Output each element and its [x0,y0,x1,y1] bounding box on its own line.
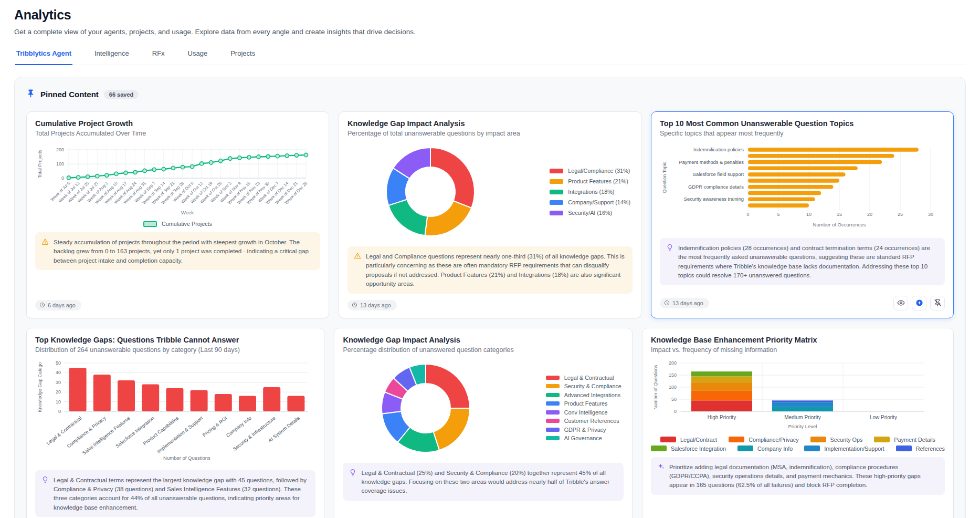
svg-text:Week: Week [181,210,194,215]
card-top-10-unanswerable-topics[interactable]: Top 10 Most Common Unanswerable Question… [651,111,954,318]
svg-text:10: 10 [56,399,61,404]
clock-icon [664,300,670,306]
card-knowledge-gap-impact-analysis-2[interactable]: Knowledge Gap Impact Analysis Percentage… [334,328,632,518]
donut-legend: Legal/Compliance (31%)Product Features (… [550,168,630,216]
card-actions [893,296,945,310]
card-title: Knowledge Gap Impact Analysis [343,336,623,344]
tab-bar: Tribblytics Agent Intelligence RFx Usage… [14,47,966,65]
pin-icon [26,89,35,100]
topics-horizontal-bar-chart: 051015202530Indemnification policiesPaym… [660,142,945,233]
tab-usage[interactable]: Usage [187,47,209,65]
svg-text:20: 20 [56,389,61,395]
knowledge-gaps-bar-chart: 01020304050Legal & ContractualCompliance… [35,359,315,465]
insight-text: Indemnification policies (28 occurrences… [678,243,939,280]
svg-text:GDPR compliance details: GDPR compliance details [688,184,744,190]
unpin-button[interactable] [930,296,945,310]
card-subtitle: Total Projects Accumulated Over Time [35,130,320,137]
card-title: Top 10 Most Common Unanswerable Question… [660,119,945,128]
svg-text:0: 0 [58,409,61,414]
unpin-icon [934,299,942,307]
timestamp-badge: 13 days ago [660,298,709,308]
warning-icon [41,238,49,265]
insight-text: Legal & Contractual (25%) and Security &… [361,468,617,495]
card-subtitle: Specific topics that appear most frequen… [660,130,945,137]
svg-text:Number of Questions: Number of Questions [653,365,658,410]
svg-text:Question Topic: Question Topic [662,162,667,193]
insight-box: Legal and Compliance questions represent… [347,246,633,294]
analytics-page: Analytics Get a complete view of your ag… [0,0,980,518]
svg-text:40: 40 [56,370,61,375]
cumulative-project-growth-line-chart: 0100200Week of Jul 6Week of Jul 13Week o… [35,142,320,227]
insight-box: Indemnification policies (28 occurrences… [660,238,945,285]
ai-insight-icon [915,299,923,307]
svg-text:0: 0 [746,212,749,217]
insight-box: Steady accumulation of projects througho… [35,232,320,270]
page-subtitle: Get a complete view of your agents, proj… [14,28,966,36]
pinned-grid-row-1: Cumulative Project Growth Total Projects… [26,111,954,318]
svg-text:20: 20 [867,212,872,217]
clock-icon [352,302,357,308]
svg-text:Sales Intelligence Features: Sales Intelligence Features [81,415,131,455]
card-title: Knowledge Base Enhancement Priority Matr… [651,336,945,344]
category-distribution-donut-chart: Legal & ContractualSecurity & Compliance… [343,359,623,458]
svg-text:Priority Level: Priority Level [788,423,817,429]
svg-text:Low Priority: Low Priority [870,415,897,420]
view-button[interactable] [893,296,908,310]
svg-text:200: 200 [669,360,677,366]
tab-projects[interactable]: Projects [229,47,256,65]
card-top-knowledge-gaps[interactable]: Top Knowledge Gaps: Questions Tribble Ca… [26,328,324,518]
card-subtitle: Impact vs. frequency of missing informat… [651,346,945,354]
svg-text:Implementation & Support: Implementation & Support [156,415,204,454]
insight-text: Prioritize adding legal documentation (M… [669,462,939,490]
donut-legend: Legal & ContractualSecurity & Compliance… [546,375,621,442]
svg-text:200: 200 [56,147,64,152]
insight-box: Legal & Contractual terms represent the … [35,470,315,517]
svg-text:High Priority: High Priority [708,415,736,420]
ai-insight-button[interactable] [912,296,926,310]
svg-text:Number of Occurrences: Number of Occurrences [813,222,866,227]
timestamp-badge: 13 days ago [347,300,397,310]
svg-text:Knowledge Gap Catego: Knowledge Gap Catego [37,362,43,412]
sparkles-icon [657,463,665,490]
insight-box: Prioritize adding legal documentation (M… [651,457,945,495]
svg-text:50: 50 [671,397,677,402]
lightbulb-icon [349,469,356,495]
svg-text:Number of Questions: Number of Questions [163,455,210,461]
pinned-grid-row-2: Top Knowledge Gaps: Questions Tribble Ca… [26,328,954,518]
insight-text: Legal & Contractual terms represent the … [54,475,309,512]
card-kb-enhancement-priority-matrix[interactable]: Knowledge Base Enhancement Priority Matr… [642,328,954,518]
svg-text:100: 100 [56,161,64,167]
svg-text:Compliance & Privacy: Compliance & Privacy [66,415,107,449]
svg-text:10: 10 [806,212,812,217]
svg-text:Medium Priority: Medium Priority [784,415,820,420]
svg-text:Security & Infrastructure: Security & Infrastructure [232,415,277,451]
eye-icon [897,299,905,307]
svg-text:100: 100 [669,385,677,390]
card-subtitle: Percentage distribution of unanswered qu… [343,346,623,354]
timestamp-badge: 6 days ago [35,300,81,310]
card-cumulative-project-growth[interactable]: Cumulative Project Growth Total Projects… [26,111,329,318]
svg-text:30: 30 [928,212,933,217]
svg-text:0: 0 [674,409,677,414]
lightbulb-icon [41,476,49,512]
svg-text:Payment methods & penalties: Payment methods & penalties [679,160,744,165]
svg-text:50: 50 [56,360,61,366]
svg-text:Pricing & ROI: Pricing & ROI [202,415,228,438]
pinned-content-section: Pinned Content 66 saved Cumulative Proje… [14,77,966,518]
card-subtitle: Distribution of 264 unanswerable questio… [35,346,315,354]
insight-text: Steady accumulation of projects througho… [54,237,314,265]
clock-icon [39,302,45,308]
tab-intelligence[interactable]: Intelligence [93,47,130,65]
card-title: Top Knowledge Gaps: Questions Tribble Ca… [35,336,315,344]
stacked-bar-legend: Legal/ContractCompliance/PrivacySecurity… [651,437,945,452]
svg-text:Security awareness training: Security awareness training [684,196,744,202]
warning-icon [354,252,361,288]
page-title: Analytics [14,7,966,23]
tab-rfx[interactable]: RFx [151,47,166,65]
tab-tribblytics-agent[interactable]: Tribblytics Agent [15,47,72,65]
svg-text:5: 5 [777,212,779,217]
card-knowledge-gap-impact-analysis[interactable]: Knowledge Gap Impact Analysis Percentage… [339,111,641,318]
svg-text:15: 15 [837,212,842,217]
card-title: Knowledge Gap Impact Analysis [347,119,633,128]
line-chart-legend: Cumulative Projects [35,221,320,227]
